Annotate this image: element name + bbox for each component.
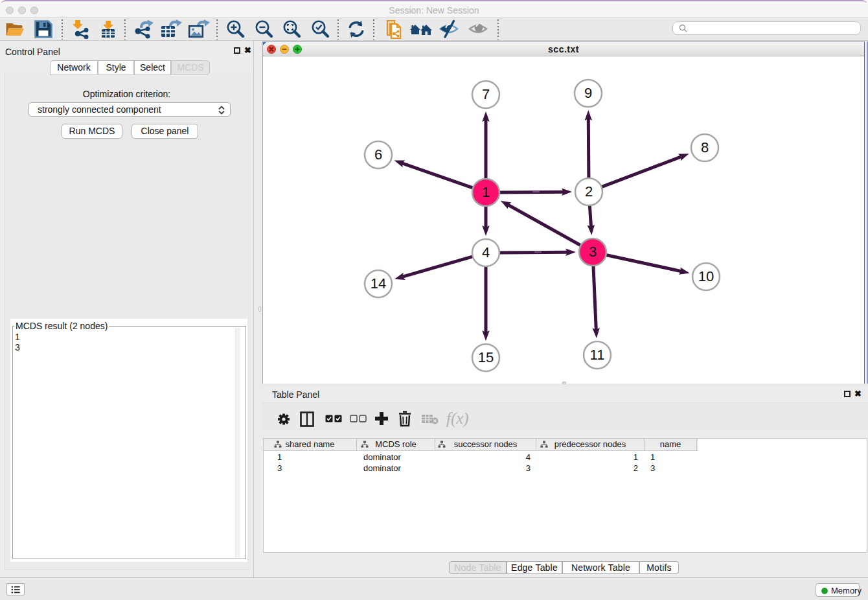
svg-text:9: 9 bbox=[584, 85, 592, 101]
svg-text:7: 7 bbox=[482, 86, 490, 102]
svg-text:15: 15 bbox=[478, 349, 494, 365]
svg-text:8: 8 bbox=[701, 139, 709, 156]
svg-text:2: 2 bbox=[585, 183, 593, 200]
svg-text:4: 4 bbox=[482, 244, 490, 260]
svg-text:11: 11 bbox=[590, 347, 605, 363]
svg-text:14: 14 bbox=[371, 275, 386, 292]
svg-text:1: 1 bbox=[482, 184, 490, 200]
svg-text:6: 6 bbox=[374, 146, 382, 163]
svg-text:10: 10 bbox=[698, 268, 714, 284]
svg-text:3: 3 bbox=[589, 244, 597, 260]
